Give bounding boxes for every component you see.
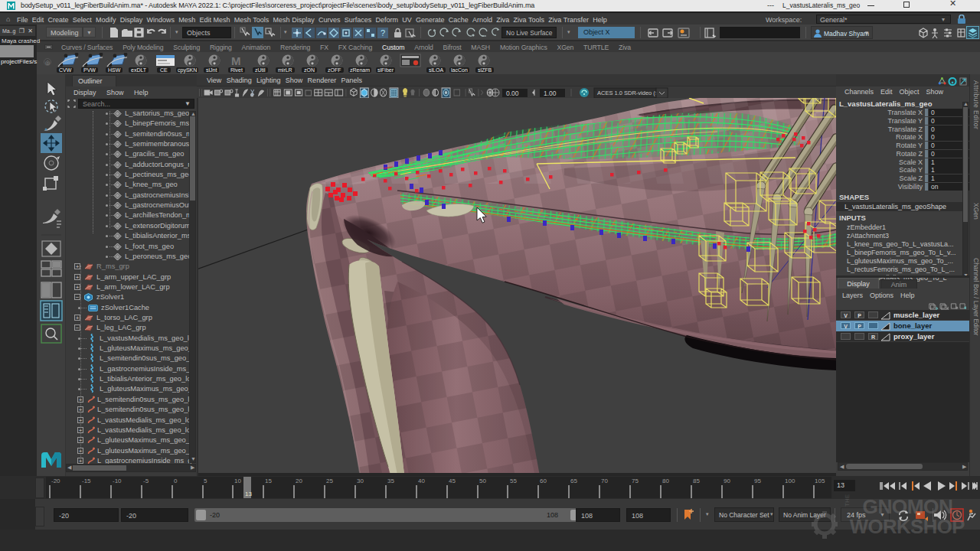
svg-text:?: ? — [381, 28, 385, 37]
svg-text:THE: THE — [844, 494, 851, 507]
svg-text:GNOMON: GNOMON — [863, 497, 953, 517]
svg-text:0.00: 0.00 — [506, 90, 519, 97]
svg-text:M: M — [231, 54, 241, 67]
svg-text:WORKSHOP: WORKSHOP — [850, 516, 965, 537]
svg-text:1.00: 1.00 — [544, 90, 557, 97]
